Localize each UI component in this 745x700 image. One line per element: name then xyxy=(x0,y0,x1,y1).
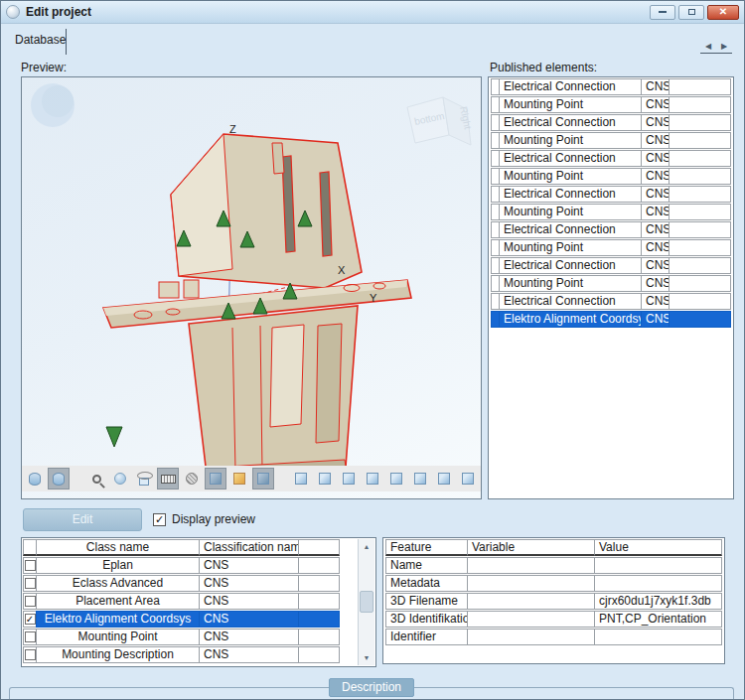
feature-cell-var xyxy=(467,611,595,628)
tab-scroll-left-icon[interactable]: ◀ xyxy=(700,39,716,53)
class-table-scrollbar[interactable]: ▲ ▼ xyxy=(358,539,374,665)
scroll-down-icon[interactable]: ▼ xyxy=(359,650,374,665)
published-row[interactable]: Electrical ConnectionCNS xyxy=(491,114,731,131)
row-checkbox-cell: ✓ xyxy=(23,611,37,628)
published-row[interactable]: Mounting PointCNS xyxy=(491,204,731,220)
minimize-button[interactable] xyxy=(650,5,675,20)
view-cube-1-icon[interactable] xyxy=(290,468,312,490)
published-cell-cns: CNS xyxy=(641,311,670,328)
class-cell-cls: Eplan xyxy=(36,557,200,574)
published-cell-name: Mounting Point xyxy=(499,239,642,256)
view-cube-2-icon[interactable] xyxy=(314,468,336,490)
tab-scroll-right-icon[interactable]: ▶ xyxy=(716,39,732,53)
row-checkbox[interactable]: ✓ xyxy=(25,614,36,625)
feature-row[interactable]: Identifier xyxy=(385,629,722,645)
class-row[interactable]: Mounting PointCNS xyxy=(23,629,358,645)
published-panel: Electrical ConnectionCNSMounting PointCN… xyxy=(488,76,734,499)
class-cell-cls: Class name xyxy=(36,539,200,556)
view-cube-4-icon[interactable] xyxy=(362,468,383,490)
mesh-view-icon[interactable] xyxy=(181,468,203,490)
row-checkbox-cell xyxy=(23,593,37,610)
orbit-icon[interactable] xyxy=(109,468,131,490)
feature-row[interactable]: Name xyxy=(385,557,722,574)
published-row[interactable]: Electrical ConnectionCNS xyxy=(491,221,731,238)
view-cube-8-icon[interactable] xyxy=(457,468,479,490)
feature-cell-val xyxy=(594,629,722,645)
class-row[interactable]: Placement AreaCNS xyxy=(23,593,358,610)
class-cell-extra xyxy=(298,611,340,628)
class-row[interactable]: EplanCNS xyxy=(23,557,358,574)
feature-table: FeatureVariableValueNameMetadata3D Filen… xyxy=(382,537,725,664)
published-row[interactable]: Electrical ConnectionCNS xyxy=(491,293,731,310)
section-view-icon[interactable] xyxy=(205,468,226,490)
feature-cell-var xyxy=(467,557,595,574)
display-preview-checkbox[interactable]: ✓ xyxy=(153,513,166,526)
published-cell-name: Electrical Connection xyxy=(499,293,642,310)
view-cube-6-icon[interactable] xyxy=(409,468,431,490)
published-cell-ext xyxy=(669,78,731,95)
shaded-view-icon[interactable] xyxy=(252,468,274,490)
published-cell-name: Electrical Connection xyxy=(499,114,642,131)
feature-row[interactable]: 3D IdentifikationPNT,CP_Orientation xyxy=(385,611,722,628)
published-cell-ext xyxy=(669,186,731,203)
class-cell-clsn: CNS xyxy=(199,629,299,645)
display-wireframe-icon[interactable] xyxy=(21,468,22,490)
published-cell-name: Electrical Connection xyxy=(499,257,642,274)
preview-panel[interactable]: bottom Right xyxy=(21,76,482,499)
edit-button[interactable]: Edit xyxy=(23,508,142,531)
published-row[interactable]: Electrical ConnectionCNS xyxy=(491,78,731,95)
published-cell-ext xyxy=(669,96,731,113)
maximize-button[interactable] xyxy=(678,5,704,20)
row-checkbox[interactable] xyxy=(25,578,36,589)
row-checkbox[interactable] xyxy=(25,560,36,571)
published-row[interactable]: Electrical ConnectionCNS xyxy=(491,150,731,167)
description-groupbox: Description xyxy=(9,687,734,700)
published-cell-name: Mounting Point xyxy=(499,168,642,185)
feature-cell-feat: Metadata xyxy=(385,575,468,592)
published-cell-name: Electrical Connection xyxy=(499,221,642,238)
more-tools-icon[interactable] xyxy=(481,468,482,490)
feature-row[interactable]: Metadata xyxy=(385,575,722,592)
view-cube-3-icon[interactable] xyxy=(338,468,360,490)
published-row[interactable]: Mounting PointCNS xyxy=(491,239,731,256)
class-row[interactable]: ✓Elektro Alignment CoordsysCNS xyxy=(23,611,358,628)
row-checkbox[interactable] xyxy=(25,649,36,660)
feature-cell-feat: Identifier xyxy=(385,629,468,645)
class-row[interactable]: Mounting DescriptionCNS xyxy=(23,646,358,663)
feature-cell-val xyxy=(594,557,722,574)
view-cube-5-icon[interactable] xyxy=(385,468,407,490)
class-row[interactable]: Eclass AdvancedCNS xyxy=(23,575,358,592)
row-checkbox[interactable] xyxy=(25,596,36,607)
description-header[interactable]: Description xyxy=(329,678,414,697)
published-row[interactable]: Mounting PointCNS xyxy=(491,96,731,113)
feature-cell-feat: 3D Filename xyxy=(385,593,468,610)
published-cell-ext xyxy=(669,293,731,310)
model-3d-viewport[interactable]: bottom Right xyxy=(22,77,481,498)
close-button[interactable]: ✕ xyxy=(707,5,739,20)
published-row[interactable]: Electrical ConnectionCNS xyxy=(491,186,731,203)
measure-icon[interactable] xyxy=(157,468,179,490)
rotate-view-icon[interactable] xyxy=(133,468,155,490)
published-cell-ext xyxy=(669,168,731,185)
row-checkbox-cell xyxy=(23,557,37,574)
highlight-faces-icon[interactable] xyxy=(228,468,250,490)
published-row[interactable]: Mounting PointCNS xyxy=(491,132,731,149)
scroll-up-icon[interactable]: ▲ xyxy=(359,539,374,554)
published-row[interactable]: Mounting PointCNS xyxy=(491,275,731,292)
feature-cell-var xyxy=(467,593,595,610)
row-checkbox-cell xyxy=(23,575,37,592)
published-row[interactable]: Electrical ConnectionCNS xyxy=(491,257,731,274)
scroll-thumb[interactable] xyxy=(360,591,373,613)
close-icon: ✕ xyxy=(719,7,727,17)
zoom-icon[interactable] xyxy=(85,468,107,490)
axis-label-z: Z xyxy=(229,123,236,135)
published-cell-ext xyxy=(669,204,731,220)
tab-database[interactable]: Database xyxy=(15,33,66,47)
view-cube-7-icon[interactable] xyxy=(433,468,455,490)
display-shaded-edges-icon[interactable] xyxy=(48,468,70,490)
display-shaded-icon[interactable] xyxy=(24,468,46,490)
row-checkbox[interactable] xyxy=(25,631,36,642)
feature-row[interactable]: 3D Filenamecjrx60du1j7xyk1f.3db xyxy=(385,593,722,610)
published-row[interactable]: Mounting PointCNS xyxy=(491,168,731,185)
published-row[interactable]: Elektro Alignment CoordsysCNS xyxy=(491,311,731,328)
